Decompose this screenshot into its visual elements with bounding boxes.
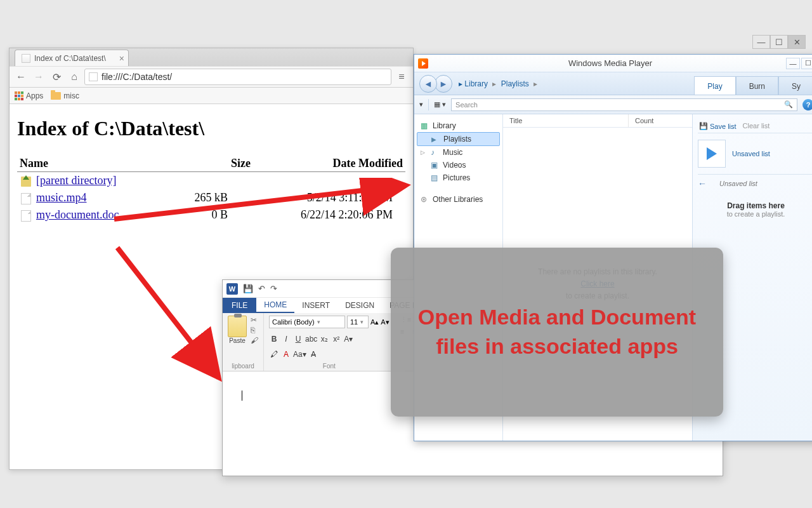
view-dropdown[interactable]: ▦ ▾ xyxy=(434,100,446,109)
font-size-select[interactable]: 11▾ xyxy=(347,316,369,328)
save-icon[interactable]: 💾 xyxy=(243,284,253,293)
music-icon xyxy=(431,148,440,157)
unsaved-list-label: Unsaved list xyxy=(732,150,770,157)
bold-button[interactable]: B xyxy=(269,335,279,344)
outer-window-controls: — ☐ ✕ xyxy=(752,35,806,49)
file-link-music[interactable]: music.mp4 xyxy=(36,191,87,204)
cut-icon[interactable]: ✂ xyxy=(251,316,258,324)
tab-design[interactable]: DESIGN xyxy=(337,298,382,313)
menu-button[interactable]: ≡ xyxy=(394,69,409,84)
parent-dir-link[interactable]: [parent directory] xyxy=(36,174,116,187)
paste-icon xyxy=(228,316,247,337)
file-icon xyxy=(21,210,31,222)
paste-button[interactable]: Paste xyxy=(228,316,247,344)
tree-videos[interactable]: Videos xyxy=(417,159,500,171)
drop-zone[interactable]: Drag items here to create a playlist. xyxy=(698,201,812,218)
prev-icon[interactable]: ← xyxy=(698,178,707,189)
forward-button[interactable]: → xyxy=(31,69,46,84)
group-font: Calibri (Body)▾ 11▾ A▴ A▾ B I U abc x₂ x… xyxy=(264,313,395,371)
tree-music[interactable]: ▷Music xyxy=(417,146,500,159)
minimize-button[interactable]: — xyxy=(752,35,770,49)
tab-play[interactable]: Play xyxy=(694,76,735,95)
apps-button[interactable]: Apps xyxy=(15,91,43,100)
page-heading: Index of C:\Data\test\ xyxy=(17,117,405,140)
reload-button[interactable]: ⟳ xyxy=(49,69,64,84)
bookmarks-bar: Apps misc xyxy=(10,88,413,104)
playlist-icon xyxy=(431,135,440,144)
home-button[interactable]: ⌂ xyxy=(67,69,82,84)
tab-burn[interactable]: Burn xyxy=(736,76,778,95)
back-button[interactable]: ← xyxy=(13,69,29,84)
bookmark-misc[interactable]: misc xyxy=(51,91,79,100)
maximize-button[interactable]: ☐ xyxy=(770,35,788,49)
wmp-nav: ◄ ► ▸ Library ▸ Playlists ▸ Play Burn Sy xyxy=(414,72,812,95)
parent-dir-row: [parent directory] xyxy=(17,172,405,190)
chrome-toolbar: ← → ⟳ ⌂ file:///C:/Data/test/ ≡ xyxy=(10,66,413,88)
text-effects-button[interactable]: A▾ xyxy=(343,335,353,344)
apps-icon xyxy=(15,91,23,100)
file-icon xyxy=(21,193,31,204)
breadcrumb[interactable]: ▸ Library ▸ Playlists ▸ xyxy=(459,79,540,88)
strike-button[interactable]: abc xyxy=(305,335,317,344)
copy-icon[interactable]: ⎘ xyxy=(251,326,258,335)
file-tab[interactable]: FILE xyxy=(223,298,256,313)
tree-pictures[interactable]: Pictures xyxy=(417,171,500,184)
col-title[interactable]: Title xyxy=(503,114,629,127)
tree-playlists[interactable]: Playlists xyxy=(417,132,500,146)
directory-listing: Name Size Date Modified [parent director… xyxy=(17,156,405,224)
superscript-button[interactable]: x² xyxy=(331,335,341,344)
chrome-tabbar: Index of C:\Data\test\ × xyxy=(10,48,413,66)
search-icon: 🔍 xyxy=(784,100,793,109)
subscript-button[interactable]: x₂ xyxy=(319,335,329,344)
search-input[interactable]: Search 🔍 xyxy=(451,98,797,111)
text-cursor xyxy=(242,391,242,401)
format-painter-icon[interactable]: 🖌 xyxy=(251,336,258,345)
clear-list-button[interactable]: Clear list xyxy=(743,122,770,130)
page-icon xyxy=(22,54,30,63)
video-icon xyxy=(431,161,440,170)
annotation-callout: Open Media and Document files in associa… xyxy=(391,248,723,417)
tab-insert[interactable]: INSERT xyxy=(294,298,337,313)
tree-library[interactable]: Library xyxy=(417,119,500,132)
organize-dropdown[interactable]: ▾ xyxy=(419,100,423,109)
save-list-button[interactable]: 💾 Save list xyxy=(699,122,737,130)
shrink-font-icon[interactable]: A▾ xyxy=(381,318,389,326)
font-family-select[interactable]: Calibri (Body)▾ xyxy=(269,316,345,328)
maximize-button[interactable]: ☐ xyxy=(801,58,812,69)
group-clipboard: Paste ✂ ⎘ 🖌 lipboard xyxy=(223,313,264,371)
minimize-button[interactable]: — xyxy=(786,58,800,69)
forward-button[interactable]: ► xyxy=(435,75,452,93)
highlight-button[interactable]: 🖍 xyxy=(269,350,279,359)
tree-other-libraries[interactable]: Other Libraries xyxy=(417,193,500,206)
file-date: 6/22/14 2:20:06 PM xyxy=(253,206,405,224)
undo-icon[interactable]: ↶ xyxy=(258,284,265,293)
tab-home[interactable]: HOME xyxy=(256,298,294,313)
network-icon xyxy=(421,195,429,204)
wmp-toolbar: ▾ ▦ ▾ Search 🔍 ? xyxy=(414,95,812,114)
col-count[interactable]: Count xyxy=(629,114,692,127)
tab-sync[interactable]: Sy xyxy=(778,76,812,95)
url-text: file:///C:/Data/test/ xyxy=(102,72,172,82)
underline-button[interactable]: U xyxy=(293,335,303,344)
file-row: music.mp4 265 kB 5/2/14 3:11:04 PM xyxy=(17,189,405,206)
file-link-doc[interactable]: my-document.doc xyxy=(36,208,119,221)
font-color-button[interactable]: A xyxy=(281,350,291,359)
close-button[interactable]: ✕ xyxy=(788,35,806,49)
grow-font-icon[interactable]: A▴ xyxy=(370,318,379,326)
file-size: 0 B xyxy=(166,206,253,224)
address-bar[interactable]: file:///C:/Data/test/ xyxy=(84,69,391,85)
redo-icon[interactable]: ↷ xyxy=(270,284,277,293)
expand-icon[interactable]: ▷ xyxy=(421,149,425,156)
picture-icon xyxy=(431,173,440,182)
word-icon: W xyxy=(226,283,238,295)
callout-text: Open Media and Document files in associa… xyxy=(403,303,710,361)
quick-access-toolbar: 💾 ↶ ↷ xyxy=(243,284,277,293)
italic-button[interactable]: I xyxy=(281,335,291,344)
tab-close-icon[interactable]: × xyxy=(119,53,124,64)
back-button[interactable]: ◄ xyxy=(419,75,437,93)
chrome-tab[interactable]: Index of C:\Data\test\ × xyxy=(15,50,129,66)
col-date: Date Modified xyxy=(253,156,405,172)
up-icon xyxy=(21,177,31,187)
help-icon[interactable]: ? xyxy=(802,99,812,110)
file-row: my-document.doc 0 B 6/22/14 2:20:06 PM xyxy=(17,206,405,224)
